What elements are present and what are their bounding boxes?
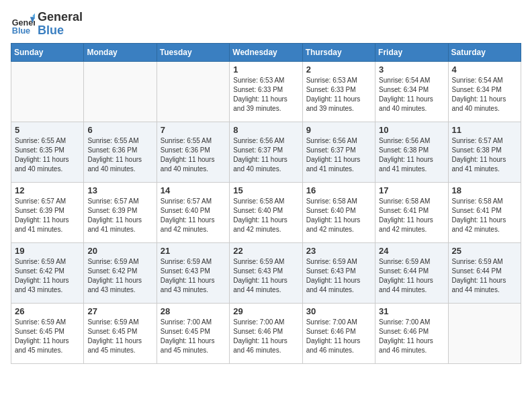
cell-info: Sunrise: 6:55 AM Sunset: 6:36 PM Dayligh… xyxy=(161,136,226,174)
cell-info: Sunrise: 6:57 AM Sunset: 6:38 PM Dayligh… xyxy=(452,136,517,174)
cell-info: Sunrise: 6:59 AM Sunset: 6:44 PM Dayligh… xyxy=(379,257,444,295)
weekday-saturday: Saturday xyxy=(448,43,521,61)
cell-info: Sunrise: 6:56 AM Sunset: 6:37 PM Dayligh… xyxy=(306,136,371,174)
day-number: 29 xyxy=(233,306,298,316)
calendar-cell: 13Sunrise: 6:57 AM Sunset: 6:39 PM Dayli… xyxy=(84,182,157,242)
cell-info: Sunrise: 6:57 AM Sunset: 6:39 PM Dayligh… xyxy=(15,197,80,234)
cell-info: Sunrise: 7:00 AM Sunset: 6:46 PM Dayligh… xyxy=(233,318,298,355)
calendar-cell: 18Sunrise: 6:58 AM Sunset: 6:41 PM Dayli… xyxy=(448,182,521,242)
cell-info: Sunrise: 6:58 AM Sunset: 6:40 PM Dayligh… xyxy=(306,197,371,234)
weekday-wednesday: Wednesday xyxy=(230,43,302,61)
day-number: 26 xyxy=(15,306,80,316)
calendar-cell: 29Sunrise: 7:00 AM Sunset: 6:46 PM Dayli… xyxy=(230,303,302,363)
day-number: 5 xyxy=(15,125,80,135)
calendar-cell: 23Sunrise: 6:59 AM Sunset: 6:43 PM Dayli… xyxy=(302,242,375,303)
cell-info: Sunrise: 6:57 AM Sunset: 6:39 PM Dayligh… xyxy=(87,197,152,234)
logo-text: GeneralBlue xyxy=(38,11,83,38)
weekday-friday: Friday xyxy=(375,43,448,61)
calendar-cell: 15Sunrise: 6:58 AM Sunset: 6:40 PM Dayli… xyxy=(230,182,302,242)
calendar-cell: 16Sunrise: 6:58 AM Sunset: 6:40 PM Dayli… xyxy=(302,182,375,242)
week-row-4: 19Sunrise: 6:59 AM Sunset: 6:42 PM Dayli… xyxy=(11,242,521,303)
weekday-monday: Monday xyxy=(84,43,157,61)
day-number: 3 xyxy=(379,64,444,75)
cell-info: Sunrise: 6:58 AM Sunset: 6:40 PM Dayligh… xyxy=(233,197,298,234)
calendar-cell: 6Sunrise: 6:55 AM Sunset: 6:36 PM Daylig… xyxy=(84,122,157,182)
calendar-cell xyxy=(448,303,521,363)
week-row-1: 1Sunrise: 6:53 AM Sunset: 6:33 PM Daylig… xyxy=(11,61,521,122)
cell-info: Sunrise: 7:00 AM Sunset: 6:45 PM Dayligh… xyxy=(161,318,226,355)
cell-info: Sunrise: 6:59 AM Sunset: 6:44 PM Dayligh… xyxy=(452,257,517,295)
calendar-cell: 30Sunrise: 7:00 AM Sunset: 6:46 PM Dayli… xyxy=(302,303,375,363)
cell-info: Sunrise: 6:59 AM Sunset: 6:43 PM Dayligh… xyxy=(233,257,298,295)
calendar-body: 1Sunrise: 6:53 AM Sunset: 6:33 PM Daylig… xyxy=(11,61,521,363)
weekday-tuesday: Tuesday xyxy=(157,43,229,61)
week-row-5: 26Sunrise: 6:59 AM Sunset: 6:45 PM Dayli… xyxy=(11,303,521,363)
cell-info: Sunrise: 6:59 AM Sunset: 6:43 PM Dayligh… xyxy=(161,257,226,295)
week-row-3: 12Sunrise: 6:57 AM Sunset: 6:39 PM Dayli… xyxy=(11,182,521,242)
logo: General Blue GeneralBlue xyxy=(11,11,83,38)
cell-info: Sunrise: 6:58 AM Sunset: 6:41 PM Dayligh… xyxy=(452,197,517,234)
day-number: 9 xyxy=(306,125,371,135)
day-number: 19 xyxy=(15,246,80,256)
calendar-cell: 1Sunrise: 6:53 AM Sunset: 6:33 PM Daylig… xyxy=(230,61,302,122)
day-number: 10 xyxy=(379,125,444,135)
cell-info: Sunrise: 6:59 AM Sunset: 6:42 PM Dayligh… xyxy=(87,257,152,295)
calendar-cell: 3Sunrise: 6:54 AM Sunset: 6:34 PM Daylig… xyxy=(375,61,448,122)
cell-info: Sunrise: 6:54 AM Sunset: 6:34 PM Dayligh… xyxy=(452,76,517,113)
cell-info: Sunrise: 6:54 AM Sunset: 6:34 PM Dayligh… xyxy=(379,76,444,113)
calendar-cell: 14Sunrise: 6:57 AM Sunset: 6:40 PM Dayli… xyxy=(157,182,229,242)
calendar-cell: 8Sunrise: 6:56 AM Sunset: 6:37 PM Daylig… xyxy=(230,122,302,182)
day-number: 23 xyxy=(306,246,371,256)
day-number: 22 xyxy=(233,246,298,256)
weekday-header-row: SundayMondayTuesdayWednesdayThursdayFrid… xyxy=(11,43,521,61)
day-number: 1 xyxy=(233,64,298,75)
calendar-cell: 25Sunrise: 6:59 AM Sunset: 6:44 PM Dayli… xyxy=(448,242,521,303)
svg-text:Blue: Blue xyxy=(12,26,30,36)
calendar-table: SundayMondayTuesdayWednesdayThursdayFrid… xyxy=(11,43,521,364)
calendar-cell: 21Sunrise: 6:59 AM Sunset: 6:43 PM Dayli… xyxy=(157,242,229,303)
calendar-cell: 11Sunrise: 6:57 AM Sunset: 6:38 PM Dayli… xyxy=(448,122,521,182)
day-number: 12 xyxy=(15,185,80,195)
logo-icon: General Blue xyxy=(11,12,35,36)
day-number: 20 xyxy=(87,246,152,256)
calendar-cell xyxy=(157,61,229,122)
cell-info: Sunrise: 6:59 AM Sunset: 6:43 PM Dayligh… xyxy=(306,257,371,295)
calendar-cell: 28Sunrise: 7:00 AM Sunset: 6:45 PM Dayli… xyxy=(157,303,229,363)
day-number: 30 xyxy=(306,306,371,316)
day-number: 28 xyxy=(161,306,226,316)
calendar-cell xyxy=(84,61,157,122)
cell-info: Sunrise: 6:58 AM Sunset: 6:41 PM Dayligh… xyxy=(379,197,444,234)
cell-info: Sunrise: 6:53 AM Sunset: 6:33 PM Dayligh… xyxy=(306,76,371,113)
calendar-cell: 26Sunrise: 6:59 AM Sunset: 6:45 PM Dayli… xyxy=(11,303,84,363)
calendar-cell: 9Sunrise: 6:56 AM Sunset: 6:37 PM Daylig… xyxy=(302,122,375,182)
day-number: 16 xyxy=(306,185,371,195)
cell-info: Sunrise: 6:59 AM Sunset: 6:45 PM Dayligh… xyxy=(15,318,80,355)
day-number: 2 xyxy=(306,64,371,75)
day-number: 6 xyxy=(87,125,152,135)
day-number: 18 xyxy=(452,185,517,195)
cell-info: Sunrise: 7:00 AM Sunset: 6:46 PM Dayligh… xyxy=(379,318,444,355)
cell-info: Sunrise: 6:56 AM Sunset: 6:38 PM Dayligh… xyxy=(379,136,444,174)
calendar-cell: 17Sunrise: 6:58 AM Sunset: 6:41 PM Dayli… xyxy=(375,182,448,242)
cell-info: Sunrise: 6:53 AM Sunset: 6:33 PM Dayligh… xyxy=(233,76,298,113)
calendar-cell: 10Sunrise: 6:56 AM Sunset: 6:38 PM Dayli… xyxy=(375,122,448,182)
calendar-cell: 19Sunrise: 6:59 AM Sunset: 6:42 PM Dayli… xyxy=(11,242,84,303)
calendar-cell: 22Sunrise: 6:59 AM Sunset: 6:43 PM Dayli… xyxy=(230,242,302,303)
day-number: 15 xyxy=(233,185,298,195)
calendar-cell: 27Sunrise: 6:59 AM Sunset: 6:45 PM Dayli… xyxy=(84,303,157,363)
cell-info: Sunrise: 6:55 AM Sunset: 6:35 PM Dayligh… xyxy=(15,136,80,174)
calendar-cell: 20Sunrise: 6:59 AM Sunset: 6:42 PM Dayli… xyxy=(84,242,157,303)
day-number: 4 xyxy=(452,64,517,75)
cell-info: Sunrise: 6:59 AM Sunset: 6:42 PM Dayligh… xyxy=(15,257,80,295)
weekday-thursday: Thursday xyxy=(302,43,375,61)
day-number: 27 xyxy=(87,306,152,316)
calendar-cell xyxy=(11,61,84,122)
cell-info: Sunrise: 6:59 AM Sunset: 6:45 PM Dayligh… xyxy=(87,318,152,355)
day-number: 24 xyxy=(379,246,444,256)
day-number: 25 xyxy=(452,246,517,256)
calendar-cell: 7Sunrise: 6:55 AM Sunset: 6:36 PM Daylig… xyxy=(157,122,229,182)
page-header: General Blue GeneralBlue xyxy=(11,11,521,38)
cell-info: Sunrise: 6:56 AM Sunset: 6:37 PM Dayligh… xyxy=(233,136,298,174)
cell-info: Sunrise: 6:55 AM Sunset: 6:36 PM Dayligh… xyxy=(87,136,152,174)
cell-info: Sunrise: 7:00 AM Sunset: 6:46 PM Dayligh… xyxy=(306,318,371,355)
